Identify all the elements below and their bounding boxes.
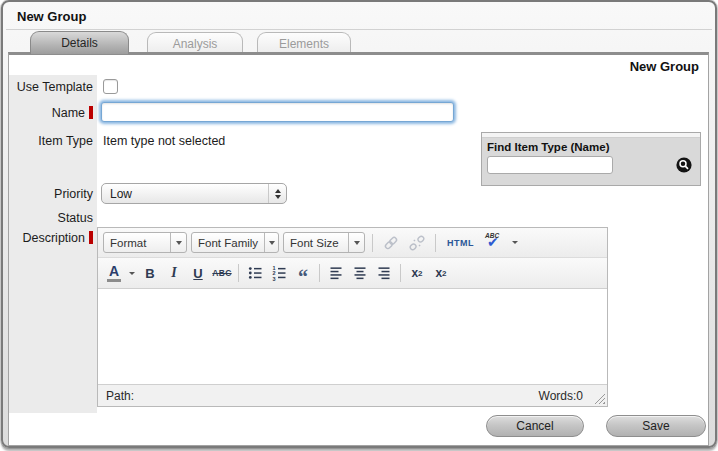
toolbar-separator [238, 264, 239, 282]
chevron-down-icon [348, 233, 364, 252]
chevron-down-icon[interactable] [127, 272, 137, 275]
name-label: Name [9, 106, 93, 120]
editor-toolbar-row1: Format Font Family Font Size [98, 228, 607, 258]
bold-button[interactable]: B [139, 262, 161, 284]
use-template-checkbox[interactable] [103, 79, 118, 94]
description-editor: Format Font Family Font Size [97, 227, 608, 407]
unlink-icon[interactable] [406, 232, 428, 254]
editor-toolbar-row2: A B I U ABC 1 2 3 [98, 258, 607, 289]
stepper-icon [268, 184, 286, 203]
required-marker [89, 106, 93, 119]
forecolor-swatch [107, 279, 121, 282]
toolbar-separator [435, 234, 436, 252]
bullet-list-button[interactable] [244, 262, 266, 284]
editor-path-label: Path: [106, 389, 134, 403]
tab-details-label: Details [61, 36, 98, 50]
align-left-button[interactable] [325, 262, 347, 284]
chevron-down-icon[interactable] [510, 241, 520, 244]
format-select[interactable]: Format [103, 232, 187, 253]
resize-handle[interactable] [594, 393, 605, 404]
strikethrough-button[interactable]: ABC [211, 262, 233, 284]
new-group-window: New Group Details Analysis Elements New … [0, 0, 718, 451]
toolbar-separator [400, 264, 401, 282]
html-source-button[interactable]: HTML [443, 232, 478, 254]
status-label: Status [9, 211, 93, 225]
save-button[interactable]: Save [606, 415, 706, 437]
tab-analysis[interactable]: Analysis [147, 32, 243, 54]
tab-details[interactable]: Details [30, 31, 129, 54]
spellcheck-icon[interactable]: ABC [482, 232, 506, 254]
numbered-list-button[interactable]: 1 2 3 [268, 262, 290, 284]
find-item-type-title: Find Item Type (Name) [487, 141, 609, 153]
page-title: New Group [630, 59, 699, 74]
description-label: Description [9, 231, 93, 245]
toolbar-separator [372, 234, 373, 252]
item-type-label: Item Type [9, 134, 93, 148]
tab-elements[interactable]: Elements [257, 32, 351, 54]
required-marker [89, 231, 93, 244]
find-panel-header-strip [482, 133, 700, 138]
details-panel: New Group Use Template Name Item Type It… [8, 52, 709, 446]
toolbar-separator [319, 264, 320, 282]
align-right-button[interactable] [373, 262, 395, 284]
editor-statusbar: Path: Words:0 [98, 385, 607, 406]
magnifier-icon[interactable] [676, 157, 692, 173]
font-family-select[interactable]: Font Family [191, 232, 279, 253]
editor-content-area[interactable] [98, 289, 607, 385]
item-type-value: Item type not selected [103, 134, 225, 148]
superscript-button[interactable]: x2 [430, 262, 452, 284]
font-size-select[interactable]: Font Size [283, 232, 365, 253]
window-titlebar: New Group [6, 4, 712, 30]
cancel-button[interactable]: Cancel [486, 415, 584, 437]
align-center-button[interactable] [349, 262, 371, 284]
priority-label: Priority [9, 187, 93, 201]
priority-selected-value: Low [102, 187, 268, 201]
subscript-button[interactable]: x2 [406, 262, 428, 284]
window-title: New Group [17, 9, 86, 24]
chevron-down-icon [170, 233, 186, 252]
link-icon[interactable] [380, 232, 402, 254]
editor-word-count: Words:0 [539, 389, 583, 403]
name-input[interactable] [101, 102, 454, 122]
priority-select[interactable]: Low [101, 183, 287, 204]
find-item-type-input[interactable] [487, 156, 613, 174]
tab-analysis-label: Analysis [173, 37, 218, 51]
underline-button[interactable]: U [187, 262, 209, 284]
chevron-down-icon [264, 233, 278, 252]
blockquote-button[interactable]: “ [292, 258, 314, 288]
forecolor-button[interactable]: A [103, 262, 125, 284]
tab-elements-label: Elements [279, 37, 329, 51]
svg-text:3: 3 [272, 276, 275, 281]
use-template-label: Use Template [9, 80, 93, 94]
italic-button[interactable]: I [163, 262, 185, 284]
find-item-type-panel: Find Item Type (Name) [481, 132, 701, 186]
